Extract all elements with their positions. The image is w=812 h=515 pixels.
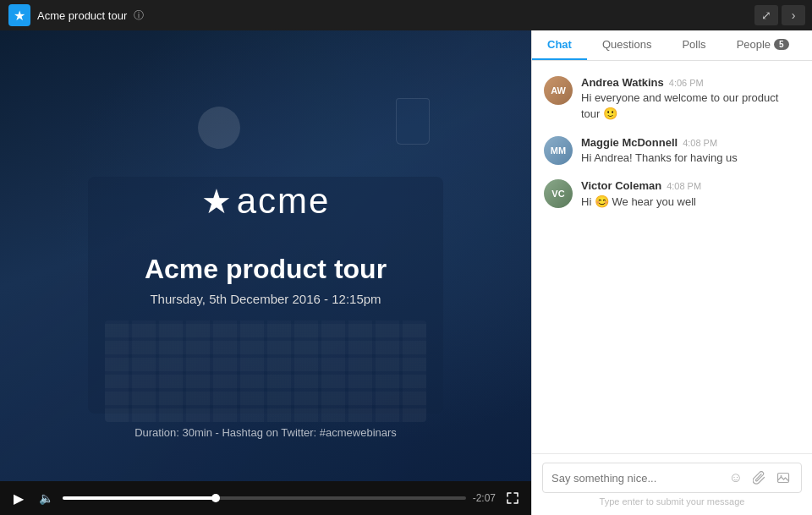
page-title: Acme product tour: [37, 9, 127, 22]
video-footer-text: Duration: 30min - Hashtag on Twitter: #a…: [0, 426, 531, 439]
volume-button[interactable]: 🔈: [36, 488, 56, 508]
tab-chat[interactable]: Chat: [532, 30, 587, 60]
keyboard-overlay: [105, 321, 426, 422]
top-bar-left: ★ Acme product tour ⓘ: [0, 4, 754, 26]
avatar: VC: [544, 179, 573, 208]
emoji-button[interactable]: ☺: [727, 468, 745, 487]
video-title: Acme product tour: [145, 254, 387, 285]
next-button[interactable]: ›: [782, 5, 805, 25]
tab-polls[interactable]: Polls: [667, 30, 721, 60]
info-icon[interactable]: ⓘ: [134, 8, 144, 23]
message-body: Maggie McDonnell 4:08 PM Hi Andrea! Than…: [581, 136, 800, 166]
video-center-content: ★ acme Acme product tour Thursday, 5th D…: [145, 181, 387, 306]
avatar: MM: [544, 136, 573, 165]
tab-people[interactable]: People 5: [721, 30, 804, 60]
chat-input[interactable]: [551, 472, 721, 485]
message-time: 4:06 PM: [669, 78, 704, 88]
svg-rect-0: [778, 474, 789, 483]
star-icon: ★: [14, 8, 25, 24]
message-author: Andrea Watkins: [581, 76, 664, 89]
tab-polls-label: Polls: [682, 38, 705, 51]
acme-logo: ★ acme: [201, 181, 331, 222]
fullscreen-button[interactable]: [502, 488, 523, 508]
right-panel: Chat Questions Polls People 5 AW: [531, 30, 812, 515]
message-header: Victor Coleman 4:08 PM: [581, 179, 800, 192]
tab-questions-label: Questions: [602, 38, 652, 51]
message-body: Victor Coleman 4:08 PM Hi 😊 We hear you …: [581, 179, 800, 211]
main-content: ★ acme Acme product tour Thursday, 5th D…: [0, 30, 812, 515]
expand-button[interactable]: ⤢: [754, 5, 778, 25]
avatar: AW: [544, 76, 573, 105]
video-date: Thursday, 5th December 2016 - 12:15pm: [150, 292, 381, 306]
tab-people-label: People: [737, 38, 771, 51]
message-header: Maggie McDonnell 4:08 PM: [581, 136, 800, 149]
message-author: Maggie McDonnell: [581, 136, 678, 149]
volume-icon: 🔈: [39, 491, 53, 505]
message-time: 4:08 PM: [667, 181, 701, 191]
image-icon: [776, 471, 790, 485]
message-text: Hi 😊 We hear you well: [581, 194, 800, 211]
chat-input-row: ☺: [542, 463, 802, 493]
tabs: Chat Questions Polls People 5: [532, 30, 812, 61]
top-bar: ★ Acme product tour ⓘ ⤢ ›: [0, 0, 812, 30]
video-controls: ▶ 🔈 -2:07: [0, 481, 531, 515]
message-row: MM Maggie McDonnell 4:08 PM Hi Andrea! T…: [532, 129, 812, 173]
message-row: VC Victor Coleman 4:08 PM Hi 😊 We hear y…: [532, 173, 812, 217]
top-bar-actions: ⤢ ›: [754, 5, 812, 25]
acme-brand-name: acme: [237, 181, 331, 222]
progress-fill: [63, 496, 216, 500]
chat-messages: AW Andrea Watkins 4:06 PM Hi everyone an…: [532, 61, 812, 453]
video-content: ★ acme Acme product tour Thursday, 5th D…: [0, 30, 531, 481]
emoji-icon: ☺: [729, 470, 743, 485]
paperclip-icon: [753, 471, 766, 485]
mug-decoration: [396, 98, 430, 145]
acme-star-icon: ★: [201, 182, 232, 221]
message-body: Andrea Watkins 4:06 PM Hi everyone and w…: [581, 76, 800, 123]
progress-handle[interactable]: [211, 494, 220, 502]
tab-chat-label: Chat: [547, 38, 572, 51]
time-display: -2:07: [473, 492, 496, 504]
progress-bar[interactable]: [63, 496, 466, 500]
people-badge: 5: [774, 39, 789, 50]
fullscreen-icon: [507, 492, 518, 504]
apple-logo: [169, 115, 196, 142]
play-button[interactable]: ▶: [8, 488, 29, 508]
chat-input-area: ☺ Type enter to submit your message: [532, 453, 812, 515]
image-button[interactable]: [774, 468, 793, 487]
tab-questions[interactable]: Questions: [587, 30, 667, 60]
message-row: AW Andrea Watkins 4:06 PM Hi everyone an…: [532, 69, 812, 129]
video-area: ★ acme Acme product tour Thursday, 5th D…: [0, 30, 531, 515]
chat-hint: Type enter to submit your message: [542, 493, 802, 512]
attachment-button[interactable]: [750, 468, 769, 487]
message-author: Victor Coleman: [581, 179, 661, 192]
app-logo: ★: [8, 4, 30, 26]
message-text: Hi Andrea! Thanks for having us: [581, 151, 800, 166]
message-text: Hi everyone and welcome to our product t…: [581, 90, 800, 123]
message-header: Andrea Watkins 4:06 PM: [581, 76, 800, 89]
message-time: 4:08 PM: [683, 138, 717, 148]
